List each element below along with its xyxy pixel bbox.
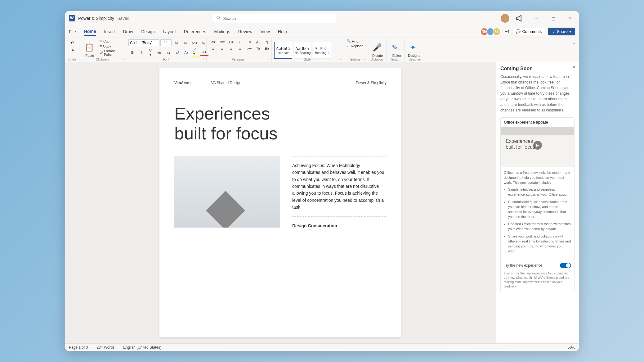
- line-spacing-button[interactable]: ↕≡▾: [245, 46, 253, 51]
- redo-icon[interactable]: ↷: [69, 48, 75, 53]
- style-name: No Spacing: [295, 51, 311, 55]
- font-size-select[interactable]: [160, 39, 172, 46]
- designer-group-label: Designer: [405, 58, 425, 61]
- style-heading1[interactable]: AaBbCcHeading 1: [313, 42, 331, 59]
- superscript-button[interactable]: x²: [173, 50, 181, 55]
- text-effects-button[interactable]: A▾: [182, 50, 190, 55]
- tab-review[interactable]: Review: [238, 28, 253, 35]
- tab-mailings[interactable]: Mailings: [214, 28, 230, 35]
- borders-button[interactable]: ⊞▾: [263, 46, 271, 51]
- share-icon: ⇪: [552, 29, 555, 34]
- style-normal[interactable]: AaBbCcNormal*: [274, 42, 292, 59]
- align-left-button[interactable]: ≡: [209, 46, 217, 51]
- search-input[interactable]: [223, 16, 333, 21]
- find-icon: 🔍: [347, 39, 351, 43]
- minimize-button[interactable]: ─: [530, 14, 543, 23]
- tab-home[interactable]: Home: [84, 28, 96, 36]
- copy-button[interactable]: ⧉Copy: [99, 44, 123, 48]
- style-no-spacing[interactable]: AaBbCcNo Spacing: [293, 42, 311, 59]
- megaphone-icon[interactable]: [514, 14, 526, 23]
- italic-button[interactable]: I: [137, 50, 145, 55]
- increase-indent-button[interactable]: ⇥: [245, 39, 253, 45]
- show-marks-button[interactable]: ¶: [263, 40, 271, 45]
- tab-file[interactable]: File: [69, 28, 76, 35]
- pane-bullets: Simple, intuitive, and seamless experien…: [504, 187, 571, 254]
- share-button[interactable]: ⇪ Share ▾: [548, 28, 575, 35]
- clipboard-group-label: Clipboard: [79, 58, 126, 61]
- sort-button[interactable]: A↓: [254, 40, 262, 45]
- undo-icon[interactable]: ↶: [69, 40, 75, 46]
- toggle-label: Try the new experience: [504, 263, 542, 268]
- style-preview: AaBbCc: [315, 46, 329, 51]
- replace-button[interactable]: ↔Replace: [346, 44, 364, 48]
- styles-more-button[interactable]: ⋮: [332, 48, 340, 53]
- preview-line2: built for focus: [506, 144, 535, 150]
- find-button[interactable]: 🔍Find: [346, 39, 364, 43]
- multilevel-button[interactable]: ⊟▾: [227, 39, 235, 45]
- search-box[interactable]: [213, 14, 337, 23]
- copy-label: Copy: [103, 44, 111, 48]
- content-area: VanArsdel VA Shared Design Power & Simpl…: [65, 62, 579, 343]
- heading-line1: Experiences: [174, 104, 270, 123]
- dictate-label: Dictate: [372, 54, 383, 57]
- tab-insert[interactable]: Insert: [104, 28, 115, 35]
- cut-label: Cut: [103, 39, 109, 43]
- format-painter-icon: 🖌: [100, 51, 103, 55]
- change-case-button[interactable]: Aa▾: [190, 40, 199, 46]
- coming-soon-pane: ✕ Coming Soon Occasionally, we release a…: [496, 62, 579, 343]
- status-words[interactable]: 234 Words: [96, 345, 114, 350]
- close-button[interactable]: ✕: [564, 14, 576, 23]
- shading-button[interactable]: ◫▾: [254, 46, 262, 51]
- play-icon[interactable]: ▶: [533, 141, 542, 150]
- subscript-button[interactable]: x₂: [164, 50, 172, 55]
- pane-close-button[interactable]: ✕: [572, 65, 576, 70]
- grow-font-button[interactable]: A↑: [172, 40, 181, 45]
- editor-group-label: Editor: [387, 58, 404, 61]
- highlight-button[interactable]: 🖍▾: [191, 48, 199, 57]
- decrease-indent-button[interactable]: ⇤: [236, 39, 244, 45]
- user-avatar[interactable]: [501, 14, 509, 23]
- tab-view[interactable]: View: [261, 28, 270, 35]
- save-status: Saved: [117, 16, 130, 21]
- maximize-button[interactable]: ▢: [547, 14, 560, 23]
- collaborator-avatars[interactable]: NM FS: [482, 28, 501, 36]
- document-canvas[interactable]: VanArsdel VA Shared Design Power & Simpl…: [65, 62, 496, 343]
- tab-draw[interactable]: Draw: [123, 28, 133, 35]
- status-language[interactable]: English (United States): [123, 345, 161, 350]
- font-group-label: Font: [126, 58, 206, 61]
- tab-help[interactable]: Help: [278, 28, 287, 35]
- editing-launcher-icon[interactable]: ⤢: [364, 58, 366, 61]
- pane-card: Office experience update Experiencesbuil…: [500, 117, 575, 292]
- numbering-button[interactable]: 1≡▾: [218, 39, 226, 45]
- tab-references[interactable]: References: [184, 28, 206, 35]
- document-heading: Experiences built for focus: [174, 104, 387, 144]
- collapse-ribbon-button[interactable]: ⌄: [569, 38, 579, 62]
- font-launcher-icon[interactable]: ⤢: [203, 58, 205, 61]
- pane-preview[interactable]: Experiencesbuilt for focus ▶: [501, 127, 574, 167]
- paragraph-launcher-icon[interactable]: ⤢: [268, 58, 271, 61]
- bold-button[interactable]: B: [128, 50, 136, 55]
- underline-button[interactable]: U▾: [146, 48, 154, 57]
- strike-button[interactable]: ab: [155, 50, 163, 55]
- pane-bullet: Simple, intuitive, and seamless experien…: [508, 187, 571, 197]
- font-name-select[interactable]: [128, 39, 159, 46]
- collaborator-count[interactable]: +4: [505, 29, 509, 34]
- status-page[interactable]: Page 1 of 3: [69, 345, 88, 350]
- tab-design[interactable]: Design: [141, 28, 155, 35]
- format-painter-button[interactable]: 🖌Format Paint: [99, 49, 123, 57]
- clipboard-launcher-icon[interactable]: ⤢: [122, 58, 125, 61]
- align-right-button[interactable]: ≡: [227, 46, 235, 51]
- try-experience-toggle[interactable]: [560, 263, 571, 268]
- styles-launcher-icon[interactable]: ⤢: [339, 58, 342, 61]
- justify-button[interactable]: ≡: [236, 46, 244, 51]
- titlebar: Power & Simplicity Saved ─ ▢ ✕: [65, 11, 579, 25]
- status-zoom[interactable]: 50%: [568, 345, 575, 350]
- tab-layout[interactable]: Layout: [163, 28, 176, 35]
- share-label: Share: [557, 29, 568, 34]
- comments-button[interactable]: 💬 Comments: [512, 28, 545, 35]
- format-painter-label: Format Paint: [104, 49, 122, 57]
- bullets-button[interactable]: •≡▾: [209, 39, 217, 45]
- cut-button[interactable]: ✂Cut: [99, 39, 123, 43]
- align-center-button[interactable]: ≡: [218, 46, 226, 51]
- shrink-font-button[interactable]: A↓: [181, 40, 190, 45]
